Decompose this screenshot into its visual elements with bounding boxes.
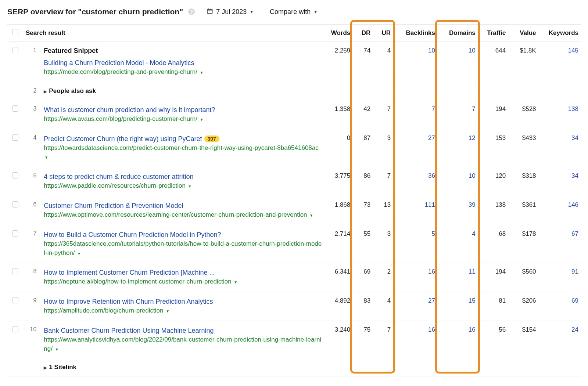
result-badge[interactable]: 307: [204, 136, 219, 142]
cell-domains[interactable]: 10: [437, 167, 478, 196]
cell-value: $206: [508, 292, 538, 321]
result-title[interactable]: Predict Customer Churn (the right way) u…: [44, 135, 202, 143]
result-title[interactable]: What is customer churn prediction and wh…: [44, 106, 215, 113]
sitelink-row: ▶1 Sitelink: [7, 358, 581, 376]
caret-down-icon: ▼: [200, 71, 204, 75]
result-title[interactable]: 4 steps to predict churn & reduce custom…: [44, 173, 193, 180]
cell-domains[interactable]: 7: [437, 100, 478, 129]
cell-backlinks[interactable]: 36: [393, 167, 437, 196]
row-checkbox[interactable]: [12, 326, 18, 332]
row-position: 6: [24, 196, 42, 225]
select-all-checkbox[interactable]: [12, 29, 18, 35]
cell-keywords[interactable]: 138: [538, 100, 581, 129]
row-checkbox[interactable]: [12, 297, 18, 303]
page-title: SERP overview for "customer churn predic…: [7, 7, 183, 16]
cell-backlinks[interactable]: 7: [393, 100, 437, 129]
cell-keywords[interactable]: 34: [538, 129, 581, 167]
col-backlinks[interactable]: Backlinks: [393, 25, 437, 42]
row-checkbox[interactable]: [12, 268, 18, 274]
result-url[interactable]: https://neptune.ai/blog/how-to-implement…: [44, 277, 322, 286]
cell-dr: 73: [352, 196, 373, 225]
cell-ur: 2: [373, 263, 393, 292]
result-title[interactable]: How to Build a Customer Churn Prediction…: [44, 231, 221, 238]
row-position: 2: [24, 82, 42, 100]
col-value[interactable]: Value: [508, 25, 538, 42]
row-checkbox[interactable]: [12, 134, 18, 141]
col-ur[interactable]: UR: [373, 25, 393, 42]
result-url[interactable]: https://365datascience.com/tutorials/pyt…: [44, 239, 322, 257]
cell-domains[interactable]: 11: [437, 263, 478, 292]
result-title[interactable]: How to Improve Retention with Churn Pred…: [44, 298, 213, 305]
compare-with-dropdown[interactable]: Compare with ▼: [270, 8, 318, 16]
sitelink-label: 1 Sitelink: [49, 364, 76, 371]
row-checkbox[interactable]: [12, 105, 18, 112]
result-url[interactable]: https://towardsdatascience.com/predict-c…: [44, 144, 322, 162]
result-title[interactable]: Bank Customer Churn Prediction Using Mac…: [44, 327, 214, 334]
cell-domains[interactable]: 4: [437, 225, 478, 263]
cell-keywords[interactable]: 145: [538, 42, 581, 82]
result-url[interactable]: https://www.paddle.com/resources/churn-p…: [44, 181, 322, 191]
result-title[interactable]: Building a Churn Prediction Model - Mode…: [44, 59, 194, 66]
col-search-result[interactable]: Search result: [24, 25, 324, 42]
search-result-cell: How to Implement Customer Churn Predicti…: [42, 263, 324, 292]
help-icon[interactable]: ?: [188, 8, 195, 15]
row-position: 10: [24, 321, 42, 358]
cell-backlinks[interactable]: 10: [393, 42, 437, 82]
result-url[interactable]: https://www.optimove.com/resources/learn…: [44, 210, 322, 220]
select-all-cell: [7, 25, 24, 42]
result-title[interactable]: How to Implement Customer Churn Predicti…: [44, 269, 215, 276]
sitelink-expander[interactable]: ▶1 Sitelink: [44, 364, 322, 371]
caret-down-icon: ▼: [200, 118, 204, 122]
result-url[interactable]: https://www.avaus.com/blog/predicting-cu…: [44, 115, 322, 124]
cell-keywords[interactable]: 24: [538, 321, 581, 358]
cell-value: $318: [508, 167, 538, 196]
compare-label: Compare with: [270, 8, 311, 16]
row-checkbox[interactable]: [12, 47, 18, 53]
result-url[interactable]: https://www.analyticsvidhya.com/blog/202…: [44, 335, 322, 353]
col-keywords[interactable]: Keywords: [538, 25, 581, 42]
cell-keywords[interactable]: 67: [538, 225, 581, 263]
row-position: 5: [24, 167, 42, 196]
row-checkbox[interactable]: [12, 201, 18, 208]
expander-people_also_ask[interactable]: ▶People also ask: [44, 87, 322, 95]
serp-table-wrap: Search result Words DR UR Backlinks Doma…: [7, 24, 581, 376]
table-row: 10Bank Customer Churn Prediction Using M…: [7, 321, 581, 358]
search-result-cell: ▶People also ask: [42, 82, 324, 100]
expander-label: People also ask: [49, 87, 96, 94]
cell-domains[interactable]: 39: [437, 196, 478, 225]
cell-keywords[interactable]: 91: [538, 263, 581, 292]
cell-backlinks[interactable]: 16: [393, 321, 437, 358]
cell-keywords[interactable]: 34: [538, 167, 581, 196]
cell-words: 0: [324, 129, 352, 167]
row-checkbox[interactable]: [12, 172, 18, 178]
cell-backlinks[interactable]: 5: [393, 225, 437, 263]
cell-ur: 7: [373, 167, 393, 196]
result-url[interactable]: https://amplitude.com/blog/churn-predict…: [44, 306, 322, 315]
cell-backlinks[interactable]: 27: [393, 129, 437, 167]
result-title[interactable]: Customer Churn Prediction & Prevention M…: [44, 202, 183, 209]
col-domains[interactable]: Domains: [437, 25, 478, 42]
cell-backlinks[interactable]: 27: [393, 292, 437, 321]
table-row: 6Customer Churn Prediction & Prevention …: [7, 196, 581, 225]
cell-domains[interactable]: 10: [437, 42, 478, 82]
col-traffic[interactable]: Traffic: [478, 25, 508, 42]
cell-keywords[interactable]: 146: [538, 196, 581, 225]
date-picker[interactable]: 7 Jul 2023 ▼: [207, 8, 254, 16]
cell-dr: 55: [352, 225, 373, 263]
cell-words: 3,775: [324, 167, 352, 196]
row-checkbox-cell: [7, 167, 24, 196]
result-url[interactable]: https://mode.com/blog/predicting-and-pre…: [44, 68, 322, 77]
cell-dr: 42: [352, 100, 373, 129]
cell-backlinks[interactable]: 111: [393, 196, 437, 225]
cell-backlinks[interactable]: 16: [393, 263, 437, 292]
table-row: 4Predict Customer Churn (the right way) …: [7, 129, 581, 167]
svg-rect-2: [208, 8, 209, 10]
col-dr[interactable]: DR: [352, 25, 373, 42]
search-result-cell: What is customer churn prediction and wh…: [42, 100, 324, 129]
cell-domains[interactable]: 16: [437, 321, 478, 358]
cell-domains[interactable]: 15: [437, 292, 478, 321]
col-words[interactable]: Words: [324, 25, 352, 42]
cell-domains[interactable]: 12: [437, 129, 478, 167]
cell-keywords[interactable]: 69: [538, 292, 581, 321]
row-checkbox[interactable]: [12, 230, 18, 237]
